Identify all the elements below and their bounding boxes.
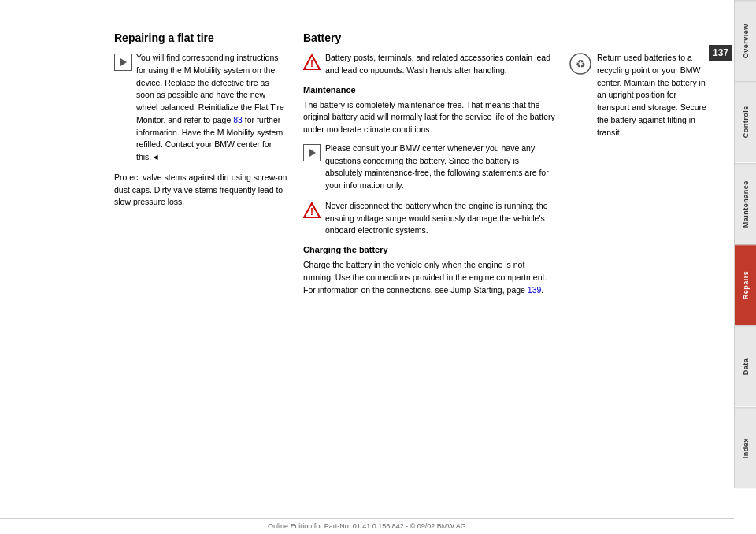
battery-warning1-text: Battery posts, terminals, and related ac…	[325, 52, 557, 77]
svg-text:!: !	[310, 206, 313, 217]
sidebar: Overview Controls Maintenance Repairs Da…	[734, 0, 756, 488]
right-column: Battery ! Battery posts, terminals, and …	[303, 32, 718, 495]
play-triangle-icon	[120, 58, 127, 66]
recycle-icon: ♻	[569, 52, 592, 76]
sidebar-tab-overview[interactable]: Overview	[735, 0, 756, 81]
battery-consult-text: Please consult your BMW center whenever …	[325, 143, 557, 192]
battery-recycle-text: Return used batteries to a recycling poi…	[597, 52, 710, 139]
battery-main-content: ! Battery posts, terminals, and related …	[303, 52, 557, 302]
flat-tire-note2-text: Protect valve stems against dirt using s…	[114, 172, 287, 209]
page-ref-83[interactable]: 83	[233, 115, 243, 124]
flat-tire-note1-text: You will find corresponding instructions…	[136, 52, 287, 164]
charging-text: Charge the battery in the vehicle only w…	[303, 259, 557, 296]
charging-title: Charging the battery	[303, 245, 557, 254]
sidebar-tab-controls[interactable]: Controls	[735, 81, 756, 162]
main-content: Repairing a flat tire You will find corr…	[0, 0, 734, 510]
warning-icon-1: !	[303, 54, 321, 71]
battery-warning2-text: Never disconnect the battery when the en…	[325, 200, 557, 237]
page-ref-139[interactable]: 139	[528, 285, 542, 295]
page-footer: Online Edition for Part-No. 01 41 0 156 …	[0, 518, 734, 530]
sidebar-tab-data[interactable]: Data	[735, 325, 756, 406]
warning-icon-2: !	[303, 202, 321, 219]
right-section-title: Battery	[303, 32, 710, 44]
battery-warning1: ! Battery posts, terminals, and related …	[303, 52, 557, 77]
flat-tire-note1: You will find corresponding instructions…	[114, 52, 287, 164]
sidebar-tab-maintenance[interactable]: Maintenance	[735, 163, 756, 244]
play-icon	[114, 54, 132, 71]
left-column: Repairing a flat tire You will find corr…	[114, 32, 287, 495]
battery-consult-note: Please consult your BMW center whenever …	[303, 143, 557, 192]
play-icon-2	[303, 144, 321, 161]
maintenance-text: The battery is completely maintenance-fr…	[303, 99, 557, 136]
maintenance-title: Maintenance	[303, 85, 557, 95]
sidebar-tab-repairs[interactable]: Repairs	[735, 244, 756, 325]
play-triangle-icon-2	[309, 149, 316, 157]
footer-text: Online Edition for Part-No. 01 41 0 156 …	[268, 522, 466, 530]
left-section-title: Repairing a flat tire	[114, 32, 287, 44]
battery-recycle-column: ♻ Return used batteries to a recycling p…	[569, 52, 710, 302]
sidebar-tab-index[interactable]: Index	[735, 407, 756, 488]
svg-text:!: !	[310, 58, 313, 69]
battery-warning2: ! Never disconnect the battery when the …	[303, 200, 557, 237]
battery-recycle-note: ♻ Return used batteries to a recycling p…	[569, 52, 710, 139]
svg-text:♻: ♻	[576, 57, 586, 70]
